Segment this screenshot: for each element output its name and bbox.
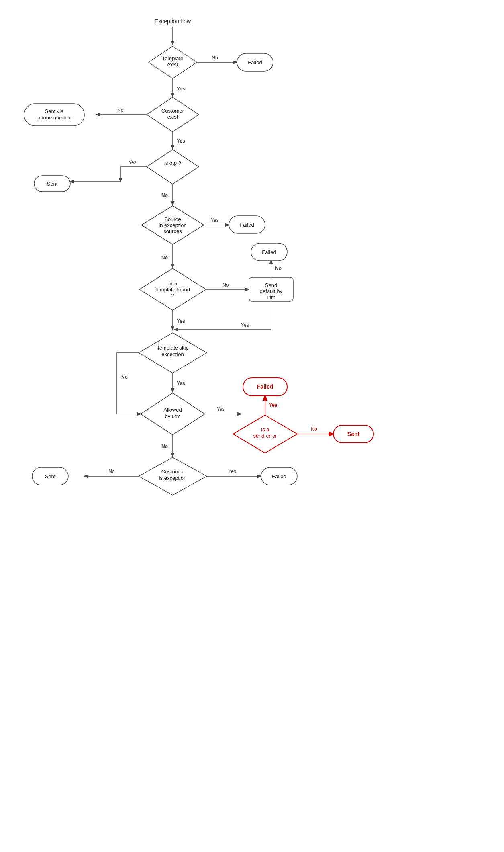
is-otp-label: is otp ?	[164, 160, 181, 166]
no-label-4: No	[161, 255, 168, 260]
failed-4-label: Failed	[272, 473, 286, 479]
yes-label-10: Yes	[228, 469, 236, 474]
utm-template-label2: template found	[155, 287, 190, 293]
no-label-5: No	[222, 282, 229, 288]
yes-label-9: Yes	[269, 402, 278, 408]
no-label-10: No	[108, 469, 115, 474]
send-default-label1: Send	[265, 282, 277, 288]
allowed-by-utm-label2: by utm	[165, 413, 180, 419]
is-send-error-label1: Is a	[261, 426, 270, 432]
customer-exist-label2: exist	[167, 114, 178, 120]
no-label-2: No	[117, 107, 124, 113]
failed-3-label: Failed	[262, 249, 276, 255]
customer-exist-label: Customer	[161, 108, 184, 114]
allowed-by-utm-label1: Allowed	[163, 407, 182, 413]
sent-red-label: Sent	[347, 431, 360, 437]
diagram-title: Exception flow	[155, 18, 191, 25]
yes-label-5: Yes	[177, 318, 185, 324]
failed-2-label: Failed	[240, 222, 254, 228]
template-exist-label: Template	[162, 55, 184, 61]
flowchart-svg: Exception flow Template exist No Failed …	[0, 0, 504, 852]
utm-template-label3: ?	[171, 293, 174, 299]
sent-1-label: Sent	[47, 181, 58, 187]
flowchart: Exception flow Template exist No Failed …	[0, 0, 504, 852]
yes-label-7: Yes	[177, 381, 185, 386]
failed-red-label: Failed	[257, 383, 273, 390]
no-label-8: No	[311, 426, 317, 432]
customer-exception-label2: is exception	[159, 475, 187, 481]
yes-label-8: Yes	[217, 406, 225, 412]
utm-template-label1: utm	[168, 281, 177, 287]
yes-label-2: Yes	[177, 138, 185, 144]
is-otp-diamond	[147, 150, 199, 184]
source-exception-label1: Source	[164, 216, 181, 222]
is-send-error-label2: send error	[253, 433, 277, 439]
template-exist-label2: exist	[167, 61, 178, 68]
template-skip-label1: Template skip	[157, 345, 188, 351]
send-default-label2: default by	[260, 288, 283, 294]
no-label-9: No	[161, 444, 168, 449]
yes-label-6: Yes	[241, 322, 249, 328]
yes-label-4: Yes	[211, 217, 219, 223]
sent-2-label: Sent	[45, 473, 56, 479]
source-exception-label2: in exception	[159, 222, 186, 228]
no-label-6: No	[275, 266, 282, 271]
no-label-1: No	[212, 55, 218, 61]
template-skip-label2: exception	[161, 351, 184, 357]
no-label-3: No	[161, 193, 168, 198]
send-default-label3: utm	[267, 294, 275, 300]
sent-via-phone-label2: phone number	[37, 115, 71, 121]
no-label-7: No	[121, 374, 128, 380]
customer-exception-label1: Customer	[161, 469, 184, 475]
failed-1-label: Failed	[248, 59, 262, 66]
yes-label-1: Yes	[177, 86, 185, 92]
yes-label-3: Yes	[129, 160, 137, 165]
sent-via-phone-label1: Sent via	[45, 108, 64, 114]
source-exception-label3: sources	[163, 228, 182, 234]
